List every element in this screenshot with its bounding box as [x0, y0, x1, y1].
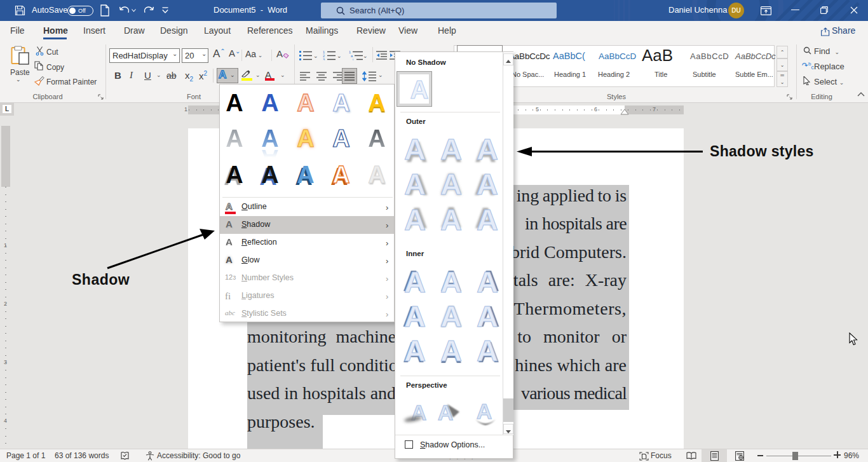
svg-text:i: i: [353, 58, 353, 61]
svg-text:3: 3: [323, 58, 325, 61]
